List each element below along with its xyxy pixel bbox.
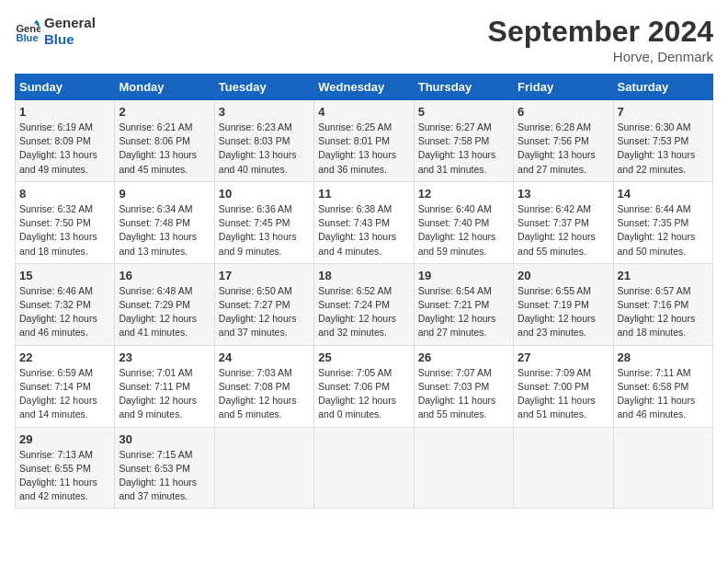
cell-text: Sunset: 7:48 PM — [119, 216, 210, 230]
calendar-cell: 2Sunrise: 6:21 AMSunset: 8:06 PMDaylight… — [115, 100, 214, 182]
cell-text: Daylight: 11 hours — [618, 394, 709, 408]
cell-text: Sunrise: 6:44 AM — [618, 202, 709, 216]
cell-text: Sunrise: 7:09 AM — [518, 366, 609, 380]
cell-text: Daylight: 12 hours — [19, 394, 110, 408]
calendar-cell: 6Sunrise: 6:28 AMSunset: 7:56 PMDaylight… — [514, 100, 613, 182]
cell-text: Sunset: 7:19 PM — [518, 298, 609, 312]
cell-text: Sunset: 7:03 PM — [418, 380, 509, 394]
cell-text: Sunrise: 6:34 AM — [119, 202, 210, 216]
cell-text: Daylight: 13 hours — [318, 230, 409, 244]
cell-text: Sunset: 6:58 PM — [618, 380, 709, 394]
day-number: 24 — [219, 350, 310, 364]
cell-text: and 23 minutes. — [518, 326, 609, 339]
cell-text: and 22 minutes. — [618, 163, 709, 177]
cell-text: Sunrise: 6:32 AM — [19, 202, 110, 216]
day-number: 27 — [518, 350, 609, 364]
calendar-cell: 12Sunrise: 6:40 AMSunset: 7:40 PMDayligh… — [414, 181, 513, 263]
col-header-tuesday: Tuesday — [214, 75, 313, 100]
calendar-cell: 17Sunrise: 6:50 AMSunset: 7:27 PMDayligh… — [214, 263, 313, 345]
cell-text: and 5 minutes. — [219, 408, 310, 421]
day-number: 29 — [19, 432, 110, 446]
day-number: 13 — [518, 187, 609, 201]
cell-text: Daylight: 12 hours — [518, 230, 609, 244]
cell-text: Sunset: 7:43 PM — [318, 216, 409, 230]
day-number: 30 — [119, 432, 210, 446]
day-number: 5 — [418, 105, 509, 119]
location: Horve, Denmark — [488, 49, 713, 64]
day-number: 22 — [19, 350, 110, 364]
calendar-cell: 15Sunrise: 6:46 AMSunset: 7:32 PMDayligh… — [16, 263, 115, 345]
cell-text: Sunset: 7:21 PM — [418, 298, 509, 312]
cell-text: Daylight: 11 hours — [418, 394, 509, 408]
cell-text: and 31 minutes. — [418, 163, 509, 177]
day-number: 6 — [518, 105, 609, 119]
calendar-cell: 4Sunrise: 6:25 AMSunset: 8:01 PMDaylight… — [314, 100, 414, 182]
cell-text: Sunrise: 6:59 AM — [19, 366, 110, 380]
cell-text: and 27 minutes. — [418, 326, 509, 339]
cell-text: Sunrise: 7:11 AM — [618, 366, 709, 380]
col-header-friday: Friday — [514, 75, 613, 100]
day-number: 20 — [518, 269, 609, 282]
calendar-cell: 24Sunrise: 7:03 AMSunset: 7:08 PMDayligh… — [214, 345, 313, 427]
cell-text: Daylight: 13 hours — [119, 230, 210, 244]
cell-text: and 37 minutes. — [119, 489, 210, 503]
cell-text: Sunset: 6:53 PM — [119, 462, 210, 476]
cell-text: and 0 minutes. — [318, 408, 409, 421]
day-number: 8 — [19, 187, 110, 201]
cell-text: Sunset: 7:14 PM — [19, 380, 110, 394]
calendar-cell: 9Sunrise: 6:34 AMSunset: 7:48 PMDaylight… — [115, 181, 214, 263]
cell-text: and 59 minutes. — [418, 245, 509, 259]
day-number: 1 — [19, 105, 110, 119]
logo-text-line1: General — [44, 15, 96, 31]
calendar-cell: 14Sunrise: 6:44 AMSunset: 7:35 PMDayligh… — [613, 181, 712, 263]
cell-text: Sunset: 7:45 PM — [219, 216, 310, 230]
cell-text: Sunrise: 7:01 AM — [119, 366, 210, 380]
cell-text: and 46 minutes. — [19, 326, 110, 339]
week-row-1: 1Sunrise: 6:19 AMSunset: 8:09 PMDaylight… — [16, 100, 713, 182]
cell-text: Sunset: 8:09 PM — [19, 134, 110, 148]
calendar-cell: 13Sunrise: 6:42 AMSunset: 7:37 PMDayligh… — [514, 181, 613, 263]
day-number: 14 — [618, 187, 709, 201]
cell-text: Sunset: 7:06 PM — [318, 380, 409, 394]
cell-text: Daylight: 11 hours — [119, 476, 210, 489]
cell-text: Daylight: 13 hours — [219, 148, 310, 162]
calendar-table: SundayMondayTuesdayWednesdayThursdayFrid… — [15, 74, 713, 509]
cell-text: Daylight: 12 hours — [119, 312, 210, 326]
week-row-2: 8Sunrise: 6:32 AMSunset: 7:50 PMDaylight… — [16, 181, 713, 263]
calendar-cell: 7Sunrise: 6:30 AMSunset: 7:53 PMDaylight… — [613, 100, 712, 182]
cell-text: Sunset: 8:06 PM — [119, 134, 210, 148]
cell-text: Sunset: 7:50 PM — [19, 216, 110, 230]
col-header-sunday: Sunday — [16, 75, 115, 100]
cell-text: and 32 minutes. — [318, 326, 409, 339]
cell-text: Daylight: 12 hours — [119, 394, 210, 408]
cell-text: and 27 minutes. — [518, 163, 609, 177]
day-number: 11 — [318, 187, 409, 201]
cell-text: Sunrise: 7:13 AM — [19, 448, 110, 462]
cell-text: Sunrise: 6:25 AM — [318, 121, 409, 134]
header-row: SundayMondayTuesdayWednesdayThursdayFrid… — [16, 75, 713, 100]
cell-text: and 45 minutes. — [119, 163, 210, 177]
cell-text: Sunset: 7:00 PM — [518, 380, 609, 394]
calendar-cell: 28Sunrise: 7:11 AMSunset: 6:58 PMDayligh… — [613, 345, 712, 427]
calendar-cell: 10Sunrise: 6:36 AMSunset: 7:45 PMDayligh… — [214, 181, 313, 263]
cell-text: Sunset: 7:32 PM — [19, 298, 110, 312]
col-header-wednesday: Wednesday — [314, 75, 414, 100]
cell-text: Daylight: 12 hours — [518, 312, 609, 326]
day-number: 3 — [219, 105, 310, 119]
calendar-cell: 29Sunrise: 7:13 AMSunset: 6:55 PMDayligh… — [16, 427, 115, 509]
cell-text: Sunrise: 6:38 AM — [318, 202, 409, 216]
cell-text: Sunrise: 6:27 AM — [418, 121, 509, 134]
day-number: 4 — [318, 105, 409, 119]
cell-text: Daylight: 12 hours — [618, 230, 709, 244]
cell-text: Sunset: 7:29 PM — [119, 298, 210, 312]
cell-text: Daylight: 11 hours — [19, 476, 110, 489]
cell-text: Sunrise: 6:52 AM — [318, 284, 409, 298]
calendar-cell: 26Sunrise: 7:07 AMSunset: 7:03 PMDayligh… — [414, 345, 513, 427]
cell-text: Sunrise: 6:42 AM — [518, 202, 609, 216]
cell-text: and 9 minutes. — [219, 245, 310, 259]
cell-text: Sunset: 7:58 PM — [418, 134, 509, 148]
calendar-cell: 27Sunrise: 7:09 AMSunset: 7:00 PMDayligh… — [514, 345, 613, 427]
cell-text: Sunset: 7:11 PM — [119, 380, 210, 394]
cell-text: and 18 minutes. — [19, 245, 110, 259]
cell-text: Sunset: 7:35 PM — [618, 216, 709, 230]
